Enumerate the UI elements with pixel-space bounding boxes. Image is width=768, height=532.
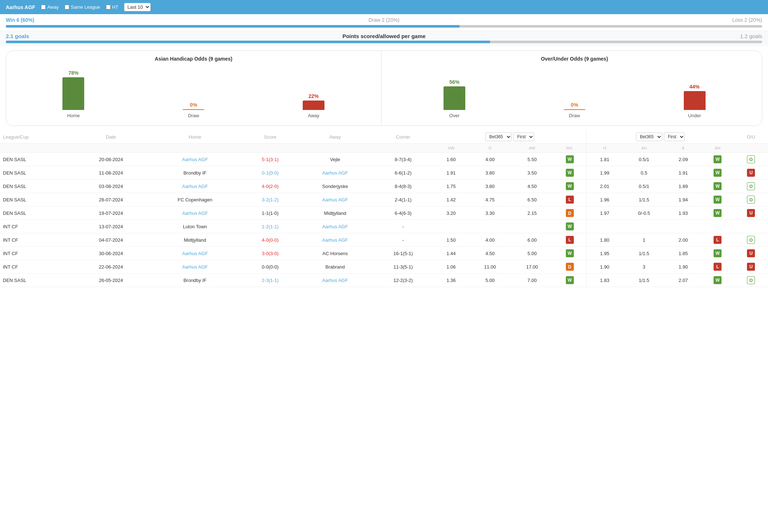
cell-home: Aarhus AGF xyxy=(147,153,243,166)
cell-corner: 11-3(5-1) xyxy=(373,260,433,274)
bet365-select-1[interactable]: Bet365 Others xyxy=(485,132,512,141)
col-corner: Corner xyxy=(373,130,433,144)
away-team: Sonderjyske xyxy=(322,184,348,189)
cell-wl: L xyxy=(553,193,587,206)
cell-h: 1.83 xyxy=(587,274,623,287)
cell-league: DEN SASL xyxy=(0,206,75,220)
cell-corner: - xyxy=(373,220,433,233)
cell-a: 2.07 xyxy=(665,274,701,287)
cell-ah: 0/-0.5 xyxy=(623,206,666,220)
home-team: Brondby IF xyxy=(183,170,207,176)
cell-ah2: W xyxy=(701,153,734,166)
cell-ah2: W xyxy=(701,274,734,287)
cell-h: 1.99 xyxy=(587,166,623,180)
cell-away: Vejle xyxy=(297,153,373,166)
goals-progress-bar xyxy=(6,41,490,43)
ah-home-visual xyxy=(62,77,84,110)
wl-badge: W xyxy=(566,155,574,163)
cell-away: Midtjylland xyxy=(297,206,373,220)
cell-league: INT CF xyxy=(0,220,75,233)
sub-aw: AW xyxy=(511,144,553,153)
table-row: INT CF 13-07-2024 Luton Town 1-2(1-1) Aa… xyxy=(0,220,768,233)
cell-ah xyxy=(623,220,666,233)
ou-badge: U xyxy=(747,249,755,257)
away-team-link[interactable]: Aarhus AGF xyxy=(322,224,348,229)
col-bet365-1-group: Bet365 Others First Last xyxy=(433,130,587,144)
cell-h: 1.81 xyxy=(587,153,623,166)
away-team-link[interactable]: Aarhus AGF xyxy=(322,278,348,283)
ah2-badge: W xyxy=(714,249,722,257)
cell-a: 1.93 xyxy=(665,206,701,220)
ou-over-bar: 56% Over xyxy=(444,79,465,118)
same-league-checkbox[interactable] xyxy=(65,5,69,9)
same-league-checkbox-label[interactable]: Same League xyxy=(65,4,100,10)
cell-ou: U xyxy=(734,206,768,220)
ah-away-visual xyxy=(303,101,324,110)
cell-corner: 2-4(1-1) xyxy=(373,193,433,206)
cell-league: DEN SASL xyxy=(0,193,75,206)
cell-ah2: W xyxy=(701,206,734,220)
home-team-link[interactable]: Aarhus AGF xyxy=(182,157,208,162)
ah2-badge: L xyxy=(714,236,722,244)
cell-wl: W xyxy=(553,247,587,260)
cell-date: 03-08-2024 xyxy=(75,180,147,193)
ou-badge: O xyxy=(747,236,755,244)
away-team-link[interactable]: Aarhus AGF xyxy=(322,237,348,243)
bet365-select-2[interactable]: Bet365 Others xyxy=(636,132,662,141)
cell-home: Aarhus AGF xyxy=(147,180,243,193)
away-team-link[interactable]: Aarhus AGF xyxy=(322,197,348,202)
cell-date: 04-07-2024 xyxy=(75,233,147,247)
ah-away-pct: 22% xyxy=(309,93,319,99)
ht-checkbox-label[interactable]: HT xyxy=(106,4,118,10)
cell-h: 1.90 xyxy=(587,260,623,274)
cell-corner: 12-2(3-2) xyxy=(373,274,433,287)
away-checkbox[interactable] xyxy=(41,5,46,9)
ah2-badge: W xyxy=(714,209,722,217)
ah2-badge: W xyxy=(714,169,722,177)
away-team: AC Horsens xyxy=(322,251,348,256)
first-select-2[interactable]: First Last xyxy=(664,132,685,141)
ou-under-label: Under xyxy=(688,113,701,118)
ah-away-bar: 22% Away xyxy=(303,93,324,118)
cell-home: Aarhus AGF xyxy=(147,260,243,274)
away-team-link[interactable]: Aarhus AGF xyxy=(322,170,348,176)
wl-badge: W xyxy=(566,182,574,190)
ah-home-label: Home xyxy=(67,113,80,118)
home-team-link[interactable]: Aarhus AGF xyxy=(182,251,208,256)
cell-score: 3-0(3-0) xyxy=(243,247,297,260)
cell-corner: 8-7(3-4) xyxy=(373,153,433,166)
cell-hw: 1.50 xyxy=(433,233,469,247)
goals-left: 2.1 goals xyxy=(6,33,49,39)
cell-wl: W xyxy=(553,166,587,180)
sub-h: H xyxy=(587,144,623,153)
cell-away: Brabrand xyxy=(297,260,373,274)
cell-home: Brondby IF xyxy=(147,166,243,180)
cell-aw: 6.00 xyxy=(511,233,553,247)
cell-ou: O xyxy=(734,180,768,193)
cell-a: 2.00 xyxy=(665,233,701,247)
ht-checkbox[interactable] xyxy=(106,5,111,9)
win-label: Win 6 (60%) xyxy=(6,17,53,23)
cell-ah2: L xyxy=(701,260,734,274)
cell-wl: D xyxy=(553,260,587,274)
first-select-1[interactable]: First Last xyxy=(513,132,534,141)
cell-ah: 1/1.5 xyxy=(623,193,666,206)
ah-draw-visual xyxy=(183,109,204,110)
ou-badge: O xyxy=(747,182,755,190)
wl-badge: W xyxy=(566,276,574,284)
wl-badge: L xyxy=(566,196,574,204)
home-team-link[interactable]: Aarhus AGF xyxy=(182,264,208,270)
last-n-select[interactable]: Last 5 Last 10 Last 20 All xyxy=(124,3,151,11)
home-team: Luton Town xyxy=(183,224,207,229)
cell-a: 1.85 xyxy=(665,247,701,260)
home-team-link[interactable]: Aarhus AGF xyxy=(182,210,208,216)
cell-away: Aarhus AGF xyxy=(297,233,373,247)
ou-over-pct: 56% xyxy=(449,79,459,85)
cell-corner: 16-1(5-1) xyxy=(373,247,433,260)
home-team-link[interactable]: Aarhus AGF xyxy=(182,184,208,189)
cell-hw: 1.91 xyxy=(433,166,469,180)
away-checkbox-label[interactable]: Away xyxy=(41,4,59,10)
cell-ou: U xyxy=(734,166,768,180)
cell-wl: W xyxy=(553,180,587,193)
cell-away: AC Horsens xyxy=(297,247,373,260)
